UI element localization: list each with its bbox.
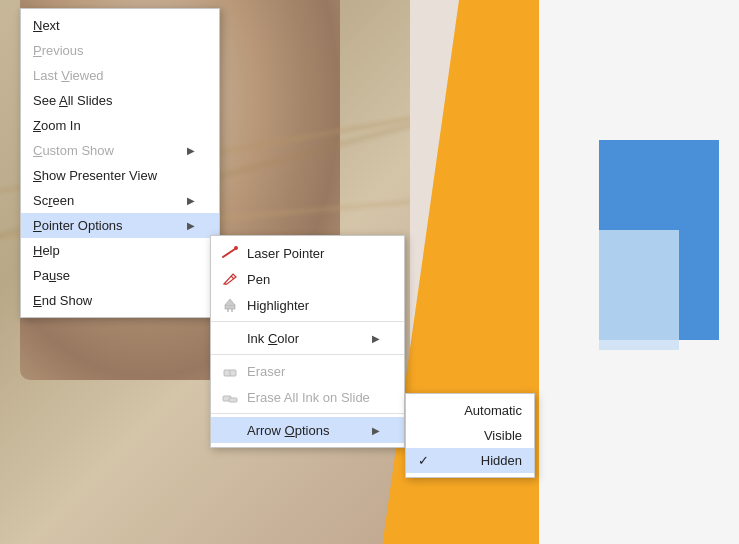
separator-1 (211, 321, 404, 322)
menu-item-automatic[interactable]: Automatic (406, 398, 534, 423)
menu-item-last-viewed[interactable]: Last Viewed (21, 63, 219, 88)
menu-item-end-show-label: End Show (33, 293, 92, 308)
menu-item-help[interactable]: Help (21, 238, 219, 263)
menu-item-highlighter[interactable]: Highlighter (211, 292, 404, 318)
arrow-options-chevron-icon: ▶ (372, 425, 380, 436)
erase-all-ink-icon (221, 389, 241, 405)
ink-color-label: Ink Color (247, 331, 299, 346)
svg-line-0 (223, 249, 235, 257)
menu-item-eraser[interactable]: Eraser (211, 358, 404, 384)
menu-item-last-viewed-label: Last Viewed (33, 68, 104, 83)
visible-label: Visible (484, 428, 522, 443)
pen-label: Pen (247, 272, 270, 287)
svg-rect-3 (225, 305, 235, 309)
pen-content: Pen (221, 271, 270, 287)
pointer-options-chevron-icon: ▶ (187, 220, 195, 231)
menu-item-pointer-options-label: Pointer Options (33, 218, 123, 233)
erase-all-ink-label: Erase All Ink on Slide (247, 390, 370, 405)
ink-color-content: Ink Color (221, 330, 299, 346)
hidden-label: Hidden (481, 453, 522, 468)
arrow-options-submenu: Automatic Visible ✓ Hidden (405, 393, 535, 478)
menu-item-previous-label: Previous (33, 43, 84, 58)
highlighter-label: Highlighter (247, 298, 309, 313)
menu-item-pause[interactable]: Pause (21, 263, 219, 288)
arrow-options-icon (221, 422, 241, 438)
menu-item-hidden[interactable]: ✓ Hidden (406, 448, 534, 473)
menu-item-pause-label: Pause (33, 268, 70, 283)
menu-item-laser-pointer[interactable]: Laser Pointer (211, 240, 404, 266)
eraser-content: Eraser (221, 363, 285, 379)
separator-3 (211, 413, 404, 414)
laser-pointer-label: Laser Pointer (247, 246, 324, 261)
svg-line-2 (231, 276, 234, 279)
hidden-check-icon: ✓ (418, 453, 436, 468)
menu-item-custom-show[interactable]: Custom Show ▶ (21, 138, 219, 163)
menu-item-show-presenter-view[interactable]: Show Presenter View (21, 163, 219, 188)
menu-item-next[interactable]: Next (21, 13, 219, 38)
svg-rect-9 (229, 398, 237, 402)
highlighter-content: Highlighter (221, 297, 309, 313)
ink-color-icon (221, 330, 241, 346)
screen-chevron-icon: ▶ (187, 195, 195, 206)
menu-item-visible[interactable]: Visible (406, 423, 534, 448)
menu-item-pen[interactable]: Pen (211, 266, 404, 292)
automatic-check-icon (418, 403, 436, 418)
menu-item-show-presenter-view-label: Show Presenter View (33, 168, 157, 183)
menu-item-screen[interactable]: Screen ▶ (21, 188, 219, 213)
menu-item-next-label: Next (33, 18, 60, 33)
ink-color-chevron-icon: ▶ (372, 333, 380, 344)
laser-pointer-icon (221, 245, 241, 261)
svg-point-1 (234, 246, 238, 250)
menu-item-erase-all-ink[interactable]: Erase All Ink on Slide (211, 384, 404, 410)
menu-item-arrow-options[interactable]: Arrow Options ▶ (211, 417, 404, 443)
separator-2 (211, 354, 404, 355)
pointer-options-submenu: Laser Pointer Pen (210, 235, 405, 448)
arrow-options-content: Arrow Options (221, 422, 329, 438)
main-context-menu: Next Previous Last Viewed See All Slides… (20, 8, 220, 318)
eraser-label: Eraser (247, 364, 285, 379)
menu-item-see-all-slides[interactable]: See All Slides (21, 88, 219, 113)
arrow-options-label: Arrow Options (247, 423, 329, 438)
visible-check-icon (418, 428, 436, 443)
laser-pointer-content: Laser Pointer (221, 245, 324, 261)
custom-show-chevron-icon: ▶ (187, 145, 195, 156)
pen-icon (221, 271, 241, 287)
menu-item-see-all-slides-label: See All Slides (33, 93, 113, 108)
highlighter-icon (221, 297, 241, 313)
menu-item-zoom-in[interactable]: Zoom In (21, 113, 219, 138)
menu-item-pointer-options[interactable]: Pointer Options ▶ (21, 213, 219, 238)
menu-item-previous[interactable]: Previous (21, 38, 219, 63)
erase-all-ink-content: Erase All Ink on Slide (221, 389, 370, 405)
light-blue-rectangle (599, 230, 679, 350)
menu-item-ink-color[interactable]: Ink Color ▶ (211, 325, 404, 351)
menu-item-help-label: Help (33, 243, 60, 258)
menu-item-screen-label: Screen (33, 193, 74, 208)
menu-item-zoom-in-label: Zoom In (33, 118, 81, 133)
menu-item-end-show[interactable]: End Show (21, 288, 219, 313)
eraser-icon (221, 363, 241, 379)
menu-item-custom-show-label: Custom Show (33, 143, 114, 158)
automatic-label: Automatic (464, 403, 522, 418)
